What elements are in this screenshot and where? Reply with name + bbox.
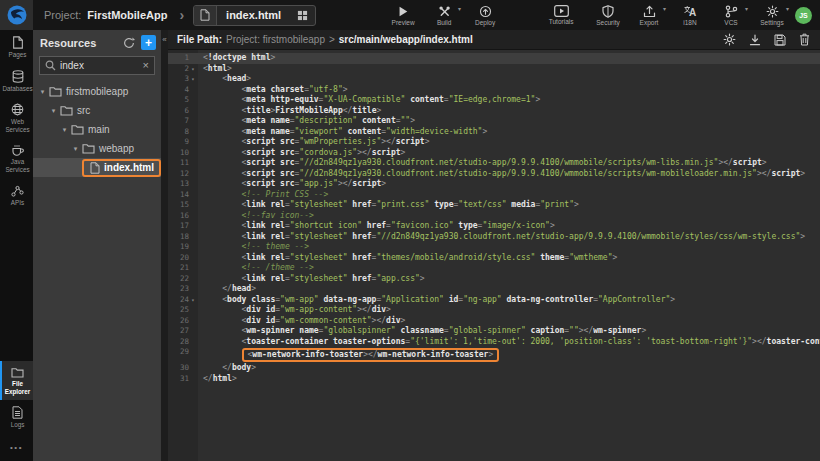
sidebar-item-label: File Explorer [2,380,33,395]
code-line-21[interactable]: 21 <!-- /theme --> [168,263,820,274]
code-line-text: <script src="app.js"></script> [198,179,386,190]
deploy-button[interactable]: Deploy [470,0,500,30]
branch-icon [725,5,738,18]
deploy-icon [479,5,492,18]
code-area[interactable]: 1<!doctype html>2▾<html>3▾ <head>4 <meta… [168,50,820,461]
user-avatar[interactable]: JS [795,7,812,24]
code-line-text: <wm-spinner name="globalspinner" classna… [198,326,646,337]
code-line-4[interactable]: 4 <meta charset="utf-8"> [168,85,820,96]
code-line-8[interactable]: 8 <meta name="viewport" content="width=d… [168,127,820,138]
sidebar-item-pages[interactable]: Pages [0,30,33,64]
line-number: 16 [168,211,198,222]
tree-item-label: src [77,105,90,116]
sidebar-item-java-services[interactable]: Java Services [0,138,33,178]
code-line-12[interactable]: 12 <script src="//d2n849qz1ya930.cloudfr… [168,169,820,180]
vcs-button[interactable]: ▾VCS [716,0,746,30]
panel-divider: « [161,30,168,461]
sidebar-item-file-explorer[interactable]: File Explorer [0,361,33,400]
code-line-23[interactable]: 23 </head> [168,284,820,295]
resources-title: Resources [40,37,117,49]
code-line-30[interactable]: 30 </body> [168,363,820,374]
tree-expand-caret[interactable]: ▾ [38,88,47,96]
build-button[interactable]: ▾Build [429,0,459,30]
sidebar-more-button[interactable]: ••• [0,434,33,461]
code-line-13[interactable]: 13 <script src="app.js"></script> [168,179,820,190]
add-resource-button[interactable]: + [141,35,156,50]
tab-index-html[interactable]: index.html [193,5,316,26]
tree-item-label: index.html [104,162,154,173]
sidebar-item-apis[interactable]: APIs [0,178,33,212]
translate-icon: A [683,5,697,18]
folder-icon [71,124,84,135]
code-line-26[interactable]: 26 <div id="wm-common-content"></div> [168,316,820,327]
gear-icon [766,5,779,18]
tree-expand-caret[interactable]: ▾ [49,107,58,115]
settings-button[interactable]: ▾Settings [757,0,787,30]
delete-file-button[interactable] [799,33,810,46]
code-line-18[interactable]: 18 <link rel="stylesheet" href="//d2n849… [168,232,820,243]
code-line-text: <!doctype html> [198,53,275,64]
code-line-10[interactable]: 10 <script src="cordova.js"></script> [168,148,820,159]
project-label: Project: [44,9,81,21]
code-line-24[interactable]: 24▾ <body class="wm-app" data-ng-app="Ap… [168,295,820,306]
download-file-button[interactable] [749,34,761,46]
sidebar-item-web-services[interactable]: Web Services [0,97,33,138]
code-line-5[interactable]: 5 <meta http-equiv="X-UA-Compatible" con… [168,95,820,106]
line-number: 5 [168,95,198,106]
folder-icon [49,86,62,97]
code-line-28[interactable]: 28 <toaster-container toaster-options="{… [168,337,820,348]
tree-item-main[interactable]: ▾main [33,120,161,139]
code-line-29[interactable]: 29 <wm-network-info-toaster></wm-network… [168,347,820,363]
tree-expand-caret[interactable]: ▾ [71,145,80,153]
clear-search-icon[interactable]: × [143,60,149,71]
tree-item-src[interactable]: ▾src [33,101,161,120]
sidebar-item-databases[interactable]: Databases [0,64,33,98]
build-label: Build [437,19,451,26]
code-line-19[interactable]: 19 <!-- theme --> [168,242,820,253]
resource-tree: ▾firstmobileapp▾src▾main▾webappindex.htm… [33,82,161,177]
code-line-6[interactable]: 6 <title>FirstMobileApp</title> [168,106,820,117]
tutorials-button[interactable]: Tutorials [546,0,576,30]
security-button[interactable]: Security [593,0,623,30]
api-icon [11,184,24,197]
code-line-text: <wm-network-info-toaster></wm-network-in… [198,347,499,363]
refresh-icon[interactable] [123,37,135,49]
resource-search-input[interactable] [60,60,139,71]
file-icon [90,162,100,174]
code-line-27[interactable]: 27 <wm-spinner name="globalspinner" clas… [168,326,820,337]
code-line-15[interactable]: 15 <link rel="stylesheet" href="print.cs… [168,200,820,211]
code-line-16[interactable]: 16 <!--fav icon--> [168,211,820,222]
code-line-11[interactable]: 11 <script src="//d2n849qz1ya930.cloudfr… [168,158,820,169]
code-line-25[interactable]: 25 <div id="wm-app-content"></div> [168,305,820,316]
tree-item-webapp[interactable]: ▾webapp [33,139,161,158]
code-line-text: <script src="cordova.js"></script> [198,148,405,159]
topbar-tutorials: Tutorials [546,0,576,30]
wavemaker-logo[interactable] [0,0,33,30]
i18n-button[interactable]: Ai18N [675,0,705,30]
sidebar-item-logs[interactable]: Logs [0,400,33,434]
code-line-17[interactable]: 17 <link rel="shortcut icon" href="favic… [168,221,820,232]
code-line-20[interactable]: 20 <link rel="stylesheet" href="themes/m… [168,253,820,264]
code-line-text: </head> [198,284,256,295]
code-line-22[interactable]: 22 <link rel="stylesheet" href="app.css"… [168,274,820,285]
editor-settings-button[interactable] [723,33,736,46]
code-line-3[interactable]: 3▾ <head> [168,74,820,85]
tree-expand-caret[interactable]: ▾ [60,126,69,134]
tree-item-index-html[interactable]: index.html [33,158,161,177]
code-line-1[interactable]: 1<!doctype html> [168,53,820,64]
editor-header: File Path: Project: firstmobileapp > src… [168,30,820,50]
tree-item-firstmobileapp[interactable]: ▾firstmobileapp [33,82,161,101]
code-line-text: <link rel="shortcut icon" href="favicon.… [198,221,555,232]
collapse-panel-button[interactable]: « [161,35,168,44]
line-number: 18 [168,232,198,243]
code-line-31[interactable]: 31</html> [168,374,820,385]
export-button[interactable]: ▾Export [634,0,664,30]
grid-icon[interactable] [293,10,315,21]
code-line-2[interactable]: 2▾<html> [168,64,820,75]
code-line-7[interactable]: 7 <meta name="description" content=""> [168,116,820,127]
line-number: 20 [168,253,198,264]
preview-button[interactable]: Preview [388,0,418,30]
code-line-9[interactable]: 9 <script src="wmProperties.js"></script… [168,137,820,148]
code-line-14[interactable]: 14 <!-- Print CSS --> [168,190,820,201]
save-file-button[interactable] [774,34,786,46]
